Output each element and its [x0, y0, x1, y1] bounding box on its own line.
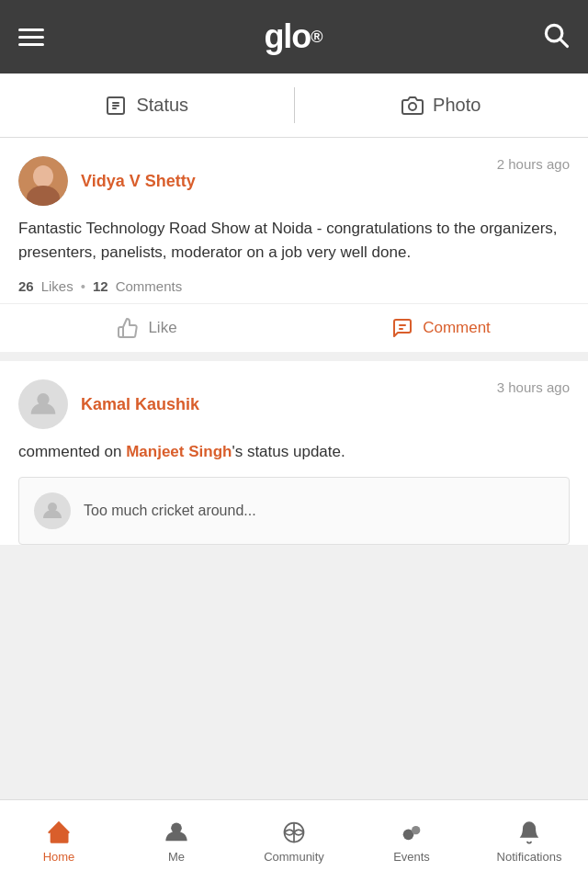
activity-prefix: commented on [18, 443, 121, 460]
quoted-post: Too much cricket around... [18, 477, 570, 545]
mention-name[interactable]: Manjeet Singh [126, 443, 232, 460]
post-card: Vidya V Shetty 2 hours ago Fantastic Tec… [0, 138, 588, 352]
post-user-name[interactable]: Kamal Kaushik [81, 395, 199, 414]
action-bar: Status Photo [0, 74, 588, 138]
post-actions: Like Comment [0, 303, 588, 352]
nav-notifications-label: Notifications [497, 850, 562, 864]
bottom-nav: Home Me Community Events Notificat [0, 799, 588, 882]
feed: Vidya V Shetty 2 hours ago Fantastic Tec… [0, 138, 588, 651]
nav-events-label: Events [393, 850, 430, 864]
comments-label: Comments [116, 278, 183, 294]
svg-line-1 [560, 40, 568, 47]
post-time: 3 hours ago [497, 379, 570, 395]
svg-point-18 [412, 826, 420, 834]
post-header: Kamal Kaushik 3 hours ago [18, 379, 570, 429]
likes-count: 26 [18, 278, 34, 294]
activity-suffix: 's status update. [232, 443, 345, 460]
quoted-text: Too much cricket around... [84, 503, 256, 519]
app-logo: glo® [264, 17, 322, 56]
comment-activity: commented on Manjeet Singh's status upda… [18, 440, 570, 464]
post-time: 2 hours ago [497, 156, 570, 172]
nav-item-home[interactable]: Home [0, 800, 118, 882]
menu-icon[interactable] [18, 28, 44, 46]
nav-me-label: Me [168, 850, 185, 864]
quoted-avatar [34, 492, 71, 529]
svg-point-6 [409, 103, 416, 110]
post-stats: 26 Likes • 12 Comments [18, 278, 570, 294]
like-label: Like [148, 319, 176, 337]
post-user-name[interactable]: Vidya V Shetty [81, 172, 196, 191]
photo-button[interactable]: Photo [295, 74, 589, 137]
avatar [18, 379, 68, 429]
nav-home-label: Home [43, 850, 75, 864]
search-icon[interactable] [542, 21, 570, 52]
nav-item-me[interactable]: Me [118, 800, 235, 882]
post-header: Vidya V Shetty 2 hours ago [18, 156, 570, 206]
status-label: Status [136, 95, 188, 116]
comment-label: Comment [423, 319, 491, 337]
comment-button[interactable]: Comment [294, 304, 588, 352]
photo-label: Photo [433, 95, 481, 116]
nav-community-label: Community [264, 850, 324, 864]
likes-label: Likes [41, 278, 74, 294]
avatar [18, 156, 68, 206]
status-button[interactable]: Status [0, 74, 294, 137]
nav-item-community[interactable]: Community [235, 800, 353, 882]
app-header: glo® [0, 0, 588, 74]
nav-item-events[interactable]: Events [353, 800, 470, 882]
svg-point-8 [33, 165, 53, 187]
post-content: Fantastic Technology Road Show at Noida … [18, 217, 570, 264]
comments-count: 12 [93, 278, 108, 294]
post-card: Kamal Kaushik 3 hours ago commented on M… [0, 361, 588, 545]
nav-item-notifications[interactable]: Notifications [470, 800, 588, 882]
like-button[interactable]: Like [0, 304, 294, 352]
